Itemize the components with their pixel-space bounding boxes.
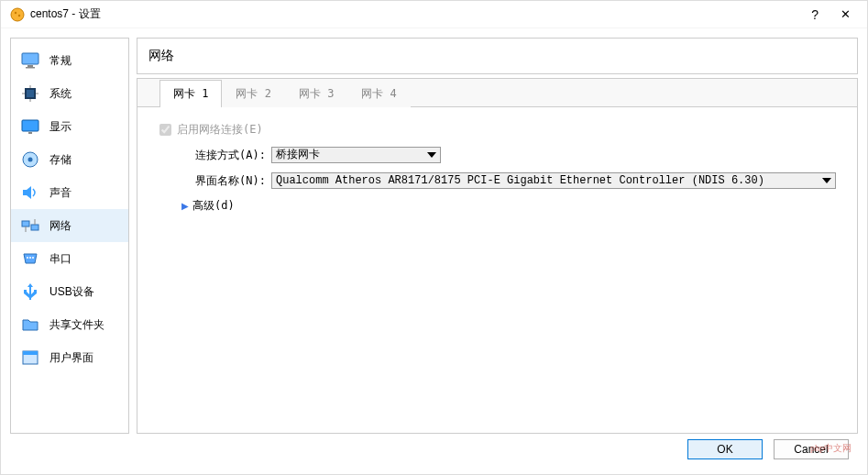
svg-rect-4 — [27, 65, 33, 67]
svg-rect-3 — [22, 53, 38, 64]
dialog-buttons: OK Cancel php中文网 — [10, 434, 858, 465]
folder-icon — [20, 315, 40, 335]
svg-point-15 — [28, 158, 33, 162]
svg-point-21 — [29, 257, 31, 259]
attached-to-select[interactable]: 桥接网卡 — [271, 147, 441, 163]
enable-network-label: 启用网络连接(E) — [177, 122, 263, 138]
svg-point-0 — [11, 8, 24, 21]
close-icon[interactable]: ✕ — [833, 7, 858, 21]
help-icon[interactable]: ? — [797, 7, 833, 22]
svg-point-1 — [15, 11, 16, 13]
speaker-icon — [20, 182, 40, 203]
tab-adapter-3[interactable]: 网卡 3 — [285, 80, 347, 107]
sidebar-item-audio[interactable]: 声音 — [11, 176, 128, 209]
svg-rect-16 — [22, 221, 29, 226]
chip-icon — [20, 83, 40, 104]
display-icon — [20, 116, 40, 137]
enable-network-checkbox[interactable] — [159, 124, 171, 136]
interface-name-select[interactable]: Qualcomm Atheros AR8171/8175 PCI-E Gigab… — [271, 172, 836, 189]
svg-rect-13 — [28, 132, 32, 134]
sidebar-item-storage[interactable]: 存储 — [11, 143, 128, 176]
sidebar-item-usb[interactable]: USB设备 — [11, 275, 128, 308]
settings-window: centos7 - 设置 ? ✕ 常规 系统 显示 — [0, 0, 868, 475]
cancel-button[interactable]: Cancel php中文网 — [774, 439, 849, 459]
tab-adapter-1[interactable]: 网卡 1 — [159, 80, 222, 107]
tab-adapter-4[interactable]: 网卡 4 — [347, 80, 410, 107]
adapter-tabs: 网卡 1 网卡 2 网卡 3 网卡 4 — [137, 79, 857, 107]
svg-point-2 — [18, 14, 20, 16]
monitor-icon — [20, 50, 40, 71]
titlebar: centos7 - 设置 ? ✕ — [1, 1, 867, 28]
tab-adapter-2[interactable]: 网卡 2 — [222, 80, 284, 107]
serial-icon — [20, 249, 40, 269]
usb-icon — [20, 282, 40, 302]
disk-icon — [20, 149, 40, 170]
category-sidebar: 常规 系统 显示 存储 声音 — [10, 38, 129, 434]
app-icon — [10, 7, 25, 22]
window-title: centos7 - 设置 — [30, 6, 797, 22]
svg-point-22 — [32, 257, 34, 259]
svg-rect-7 — [27, 90, 34, 97]
network-icon — [20, 215, 40, 236]
svg-rect-17 — [31, 225, 38, 230]
svg-rect-12 — [22, 120, 38, 131]
sidebar-item-display[interactable]: 显示 — [11, 110, 128, 143]
ui-icon — [20, 348, 40, 368]
adapter-panel: 启用网络连接(E) 连接方式(A): 桥接网卡 界面名称(N): Qualcom… — [137, 107, 857, 433]
sidebar-item-network[interactable]: 网络 — [11, 209, 128, 242]
sidebar-item-general[interactable]: 常规 — [11, 44, 128, 77]
attached-to-label: 连接方式(A): — [174, 148, 266, 163]
triangle-right-icon: ▶ — [181, 201, 189, 211]
svg-point-20 — [27, 257, 28, 259]
sidebar-item-serial[interactable]: 串口 — [11, 242, 128, 275]
svg-rect-5 — [26, 67, 35, 69]
sidebar-item-system[interactable]: 系统 — [11, 77, 128, 110]
svg-rect-24 — [23, 351, 38, 355]
page-title: 网络 — [137, 38, 858, 74]
sidebar-item-user-interface[interactable]: 用户界面 — [11, 341, 128, 374]
advanced-expander[interactable]: ▶ 高级(d) — [181, 198, 235, 214]
interface-name-label: 界面名称(N): — [174, 173, 266, 189]
ok-button[interactable]: OK — [687, 439, 763, 459]
sidebar-item-shared-folders[interactable]: 共享文件夹 — [11, 308, 128, 341]
